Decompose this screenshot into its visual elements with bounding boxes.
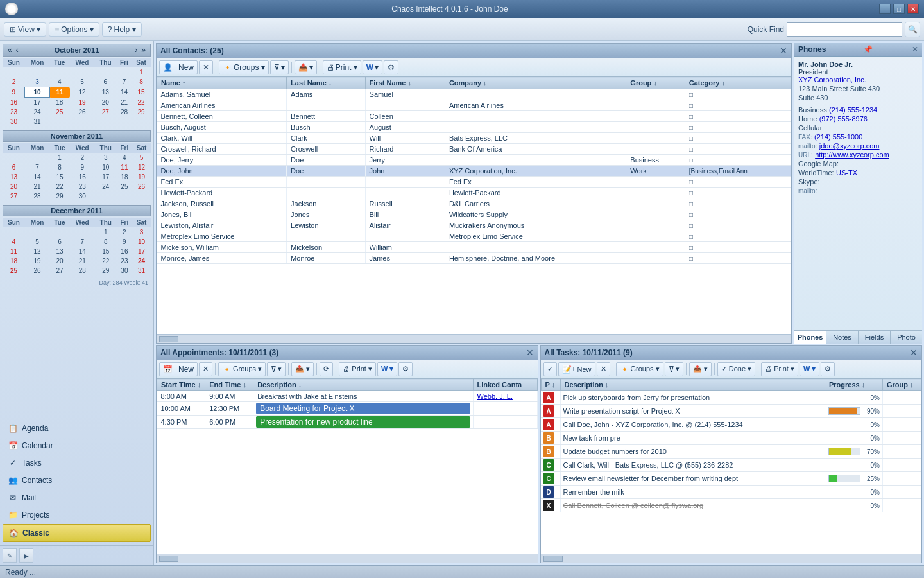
- footer-edit-btn[interactable]: ✎: [3, 548, 17, 563]
- table-row[interactable]: Adams, Samuel Adams Samuel □: [157, 89, 791, 100]
- table-row[interactable]: Fed Ex Fed Ex □: [157, 177, 791, 188]
- sidebar-item-agenda[interactable]: 📋 Agenda: [3, 420, 151, 437]
- apt-word-button[interactable]: W ▾: [377, 362, 397, 376]
- options-menu[interactable]: ≡ Options ▾: [49, 22, 99, 37]
- task-row[interactable]: A Call Doe, John - XYZ Corporation, Inc.…: [541, 418, 921, 432]
- cal-next-next[interactable]: »: [139, 46, 148, 55]
- apt-row[interactable]: 8:00 AM 9:00 AM Breakfast with Jake at E…: [157, 391, 538, 402]
- tasks-word-button[interactable]: W ▾: [800, 362, 819, 376]
- sidebar-item-calendar[interactable]: 📅 Calendar: [3, 437, 151, 454]
- task-row[interactable]: A Write presentation script for Project …: [541, 405, 921, 418]
- task-row[interactable]: C Review email newsletter for December f…: [541, 472, 921, 486]
- apt-col-contact[interactable]: Linked Conta: [473, 379, 537, 391]
- contact-url[interactable]: http://www.xyzcorp.com: [815, 151, 889, 159]
- cal-next[interactable]: ›: [133, 46, 139, 55]
- table-row[interactable]: American Airlines American Airlines □: [157, 100, 791, 111]
- table-row[interactable]: Monroe, James Monroe James Hemisphere, D…: [157, 253, 791, 264]
- task-row[interactable]: D Remember the milk 0%: [541, 486, 921, 499]
- table-row[interactable]: Busch, August Busch August □: [157, 122, 791, 133]
- sidebar-item-contacts[interactable]: 👥 Contacts: [3, 472, 151, 489]
- sidebar-item-classic[interactable]: 🏠 Classic: [3, 524, 151, 542]
- table-row[interactable]: Jones, Bill Jones Bill Wildcatters Suppl…: [157, 209, 791, 220]
- sidebar-item-projects[interactable]: 📁 Projects: [3, 507, 151, 523]
- table-row[interactable]: Mickelson, William Mickelson William □: [157, 242, 791, 253]
- tasks-groups-button[interactable]: 🔸 Groups ▾: [616, 362, 663, 376]
- apt-col-desc[interactable]: Description ↓: [253, 379, 473, 391]
- task-row[interactable]: X Call Bennett, Colleen @ colleen@iflysw…: [541, 499, 921, 512]
- tasks-col-group[interactable]: Group ↓: [883, 379, 921, 391]
- tasks-done-button[interactable]: ✓ Done ▾: [717, 362, 755, 376]
- col-lastname[interactable]: Last Name ↓: [287, 77, 365, 89]
- apt-delete-button[interactable]: ✕: [199, 362, 212, 376]
- apt-contact[interactable]: Webb, J. L.: [473, 391, 537, 402]
- fax-phone[interactable]: (214) 555-1000: [814, 133, 862, 141]
- tasks-hscroll[interactable]: [541, 554, 922, 563]
- table-row[interactable]: Doe, Jerry Doe Jerry Business □: [157, 155, 791, 166]
- tasks-filter-button[interactable]: ⊽ ▾: [665, 362, 683, 376]
- home-phone[interactable]: (972) 555-8976: [819, 115, 868, 123]
- apt-new-button[interactable]: 📅+ New: [159, 362, 198, 376]
- table-row[interactable]: Lewiston, Alistair Lewiston Alistair Muc…: [157, 220, 791, 231]
- pin-icon[interactable]: 📌: [863, 45, 873, 54]
- quick-find-input[interactable]: [787, 22, 902, 37]
- tab-fields[interactable]: Fields: [859, 331, 891, 344]
- apt-row[interactable]: 4:30 PM 6:00 PM Presentation for new pro…: [157, 416, 538, 429]
- apt-extra-button[interactable]: ⚙: [398, 362, 413, 376]
- col-company[interactable]: Company ↓: [445, 77, 626, 89]
- contact-company[interactable]: XYZ Corporation, Inc.: [798, 76, 918, 83]
- sidebar-item-mail[interactable]: ✉ Mail: [3, 489, 151, 506]
- contacts-new-button[interactable]: 👤+ New: [159, 60, 198, 74]
- col-group[interactable]: Group ↓: [626, 77, 685, 89]
- tasks-col-progress[interactable]: Progress ↓: [825, 379, 883, 391]
- phones-close-button[interactable]: ✕: [912, 45, 918, 54]
- help-menu[interactable]: ? Help ▾: [102, 22, 142, 37]
- tab-notes[interactable]: Notes: [826, 331, 859, 344]
- apt-col-starttime[interactable]: Start Time ↓: [157, 379, 205, 391]
- view-menu[interactable]: ⊞ View ▾: [4, 22, 46, 37]
- search-button[interactable]: 🔍: [905, 22, 920, 37]
- col-name[interactable]: Name ↑: [157, 77, 287, 89]
- apt-hscroll[interactable]: [157, 554, 538, 563]
- tasks-print-button[interactable]: 🖨 Print ▾: [761, 362, 798, 376]
- apt-sync-button[interactable]: ⟳: [320, 362, 333, 376]
- tasks-delete-button[interactable]: ✕: [597, 362, 610, 376]
- col-firstname[interactable]: First Name ↓: [365, 77, 445, 89]
- business-phone[interactable]: (214) 555-1234: [829, 106, 877, 114]
- task-row[interactable]: A Pick up storyboards from Jerry for pre…: [541, 391, 921, 405]
- apt-col-endtime[interactable]: End Time ↓: [205, 379, 253, 391]
- col-category[interactable]: Category ↓: [685, 77, 791, 89]
- apt-export-button[interactable]: 📤 ▾: [291, 362, 314, 376]
- task-row[interactable]: B Update budget numbers for 2010 70%: [541, 445, 921, 459]
- task-row[interactable]: B New task from pre 0%: [541, 432, 921, 445]
- tasks-export-button[interactable]: 📤 ▾: [689, 362, 712, 376]
- tasks-check-button[interactable]: ✓: [543, 362, 557, 376]
- contacts-print-button[interactable]: 🖨 Print ▾: [323, 60, 361, 74]
- cal-prev[interactable]: ‹: [14, 46, 21, 55]
- table-row[interactable]: Clark, Will Clark Will Bats Express, LLC…: [157, 133, 791, 144]
- tasks-new-button[interactable]: 📝+ New: [558, 362, 595, 376]
- cal-prev-prev[interactable]: «: [6, 46, 14, 55]
- contacts-filter-button[interactable]: ⊽ ▾: [270, 60, 289, 74]
- contacts-close-button[interactable]: ✕: [780, 46, 787, 56]
- table-row[interactable]: Metroplex Limo Service Metroplex Limo Se…: [157, 231, 791, 242]
- contacts-hscroll[interactable]: [157, 334, 791, 343]
- apt-print-button[interactable]: 🖨 Print ▾: [339, 362, 376, 376]
- appointments-close-button[interactable]: ✕: [526, 347, 534, 358]
- contacts-extra-button[interactable]: ⚙: [384, 60, 398, 74]
- contacts-word-button[interactable]: W ▾: [363, 60, 382, 74]
- apt-filter-button[interactable]: ⊽ ▾: [267, 362, 286, 376]
- table-row[interactable]: Bennett, Colleen Bennett Colleen □: [157, 111, 791, 122]
- tasks-close-button[interactable]: ✕: [910, 347, 918, 358]
- contact-email[interactable]: jdoe@xyzcorp.com: [819, 142, 880, 150]
- task-row[interactable]: C Call Clark, Will - Bats Express, LLC @…: [541, 459, 921, 472]
- tab-phones[interactable]: Phones: [794, 331, 826, 344]
- contacts-delete-button[interactable]: ✕: [199, 60, 213, 74]
- contacts-groups-button[interactable]: 🔸 Groups ▾: [219, 60, 269, 74]
- tasks-extra-button[interactable]: ⚙: [821, 362, 835, 376]
- sidebar-item-tasks[interactable]: ✓ Tasks: [3, 455, 151, 471]
- minimize-button[interactable]: –: [879, 4, 891, 14]
- table-row[interactable]: Croswell, Richard Croswell Richard Bank …: [157, 144, 791, 155]
- footer-expand-btn[interactable]: ▶: [19, 548, 33, 563]
- apt-groups-button[interactable]: 🔸 Groups ▾: [218, 362, 266, 376]
- maximize-button[interactable]: □: [893, 4, 905, 14]
